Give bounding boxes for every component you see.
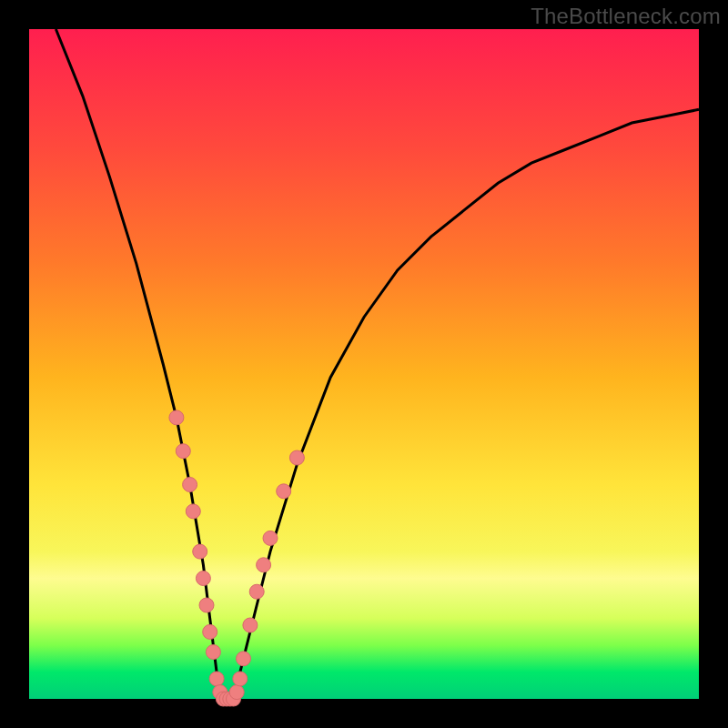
marker-dot <box>277 484 291 499</box>
watermark-text: TheBottleneck.com <box>531 4 721 29</box>
marker-dot <box>193 544 207 559</box>
marker-dot <box>257 558 271 572</box>
bottleneck-curve <box>56 29 699 699</box>
data-markers <box>169 410 305 706</box>
marker-dot <box>183 478 197 492</box>
marker-dot <box>249 584 264 599</box>
marker-dot <box>203 624 217 639</box>
marker-dot <box>229 685 244 700</box>
marker-dot <box>196 571 210 586</box>
marker-dot <box>206 645 220 660</box>
marker-dot <box>233 672 248 686</box>
marker-dot <box>199 598 214 612</box>
marker-dot <box>209 672 224 686</box>
curve-overlay <box>29 29 699 699</box>
marker-dot <box>243 618 258 632</box>
marker-dot <box>176 444 190 459</box>
chart-frame: TheBottleneck.com <box>0 0 728 728</box>
marker-dot <box>186 504 200 519</box>
marker-dot <box>237 652 251 666</box>
marker-dot <box>289 450 304 465</box>
marker-dot <box>169 410 184 425</box>
marker-dot <box>263 531 278 545</box>
